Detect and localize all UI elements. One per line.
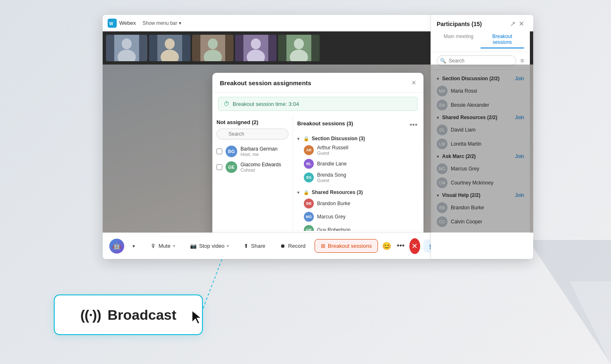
breakout-modal: Breakout session assignments × ⏱ Breakou… [212,73,423,232]
stop-video-button[interactable]: 📷 Stop video ▾ [184,239,235,252]
session-member-arthur: AR Arthur Russell Guest [297,143,419,157]
participant-name: Giacomo Edwards [241,162,281,168]
menu-bar-toggle[interactable]: Show menu bar ▾ [142,20,181,26]
member-name: Arthur Russell [317,145,348,151]
webex-logo: W [108,19,117,28]
share-icon: ⬆ [244,243,248,249]
lock-icon: 🔒 [303,136,309,141]
svg-point-5 [122,38,132,49]
broadcast-callout-label: Broadcast [108,307,176,323]
mute-button[interactable]: 🎙 Mute ▾ [145,239,181,252]
chevron-down-icon: ▾ [227,244,229,248]
member-name: Marcus Grey [317,214,346,220]
list-view-icon[interactable]: ≡ [520,57,524,65]
breakout-sessions-button[interactable]: ⊞ Breakout sessions [315,239,378,253]
sidebar-title: Participants (15) [437,21,482,27]
share-button[interactable]: ⬆ Share [238,239,271,252]
collapse-icon: ▾ [297,190,299,195]
member-name: Guy Robertson [317,227,351,231]
member-name: Brandon Burke [317,201,350,206]
video-thumb-5 [278,35,320,61]
chevron-down-icon: ▾ [132,243,135,249]
session-group-section-discussion: ▾ 🔒 Section Discussion (3) AR Arthur Rus… [297,134,419,184]
collapse-icon: ▾ [297,136,299,141]
breakout-panel-title: Breakout sessions (3) [297,120,353,127]
emoji-icon: 😊 [382,242,391,251]
sidebar-tabs: Main meeting Breakout sessions [437,31,524,48]
robot-icon: 🤖 [113,242,121,250]
svg-point-11 [208,38,218,49]
breakout-icon: ⊞ [321,243,325,249]
session-group-header: ▾ 🔒 Section Discussion (3) [297,134,419,143]
microphone-icon: 🎙 [151,243,156,249]
avatar-arthur: AR [304,145,314,155]
tab-breakout-sessions[interactable]: Breakout sessions [481,31,524,48]
record-icon: ⏺ [280,243,286,249]
modal-overlay: Breakout session assignments × ⏱ Breakou… [103,65,533,232]
session-member-guy: GR Guy Robertson [297,223,419,231]
modal-footer: Select all Move to session ⚙ Settings ((… [212,231,423,232]
video-area: Breakout session assignments × ⏱ Breakou… [103,65,533,232]
breakout-more-button[interactable]: ••• [408,119,419,131]
chevron-down-icon: ▾ [179,20,181,26]
avatar-brandon: BB [304,199,314,208]
video-icon: 📷 [190,243,197,249]
participant-role: Host, me [241,152,277,157]
close-sidebar-icon[interactable]: ✕ [519,20,524,28]
timer-label: Breakout session time: 3:04 [233,101,299,107]
participant-checkbox-barbara[interactable] [216,148,222,154]
participant-name: Barbara German [241,146,277,152]
not-assigned-search[interactable] [216,129,289,139]
close-icon: ✕ [411,242,418,251]
broadcast-callout: ((·)) Broadcast [54,295,203,335]
avatar-barbara: BG [226,146,237,157]
participant-checkbox-giacomo[interactable] [216,164,222,170]
svg-marker-1 [570,281,611,364]
avatar-marcus: MG [304,212,314,222]
member-role: Guest [317,151,348,156]
modal-header: Breakout session assignments × [212,73,423,93]
more-icon: ••• [397,242,404,250]
end-call-button[interactable]: ✕ [409,238,420,254]
timer-bar: ⏱ Breakout session time: 3:04 [218,97,418,111]
avatar-giacomo: GE [226,161,237,173]
modal-title: Breakout session assignments [220,79,311,86]
sidebar-header-icons: ↗ ✕ [510,20,524,28]
participant-role: Cohost [241,168,281,172]
session-member-brenda: BS Brenda Song Guest [297,170,419,184]
emoji-button[interactable]: 😊 [381,238,392,254]
session-member-brandon: BB Brandon Burke [297,197,419,210]
session-member-marcus: MG Marcus Grey [297,210,419,223]
participant-row: GE Giacomo Edwards Cohost [216,159,289,175]
timer-icon: ⏱ [224,101,229,107]
modal-close-button[interactable]: × [411,79,416,87]
app-name-label: Webex [119,20,136,26]
svg-point-17 [294,38,304,49]
main-content: Breakout session assignments × ⏱ Breakou… [103,65,533,232]
svg-text:W: W [109,21,113,26]
avatar-brandie: BL [304,159,314,169]
video-thumb-2 [149,35,190,61]
svg-point-8 [165,38,175,49]
member-role: Guest [317,178,346,183]
svg-point-14 [251,38,261,49]
session-group-header: ▾ 🔒 Shared Resources (3) [297,188,419,197]
participant-row: BG Barbara German Host, me [216,144,289,159]
tab-main-meeting[interactable]: Main meeting [437,31,481,48]
video-thumb-3 [192,35,233,61]
lock-icon: 🔒 [303,190,309,195]
avatar-guy: GR [304,225,314,231]
breakout-panel-header: Breakout sessions (3) ••• [297,119,419,131]
external-link-icon[interactable]: ↗ [510,20,515,28]
session-member-brandie: BL Brandie Lane [297,157,419,170]
broadcast-callout-icon: ((·)) [80,307,101,323]
member-name: Brandie Lane [317,161,346,167]
more-options-button[interactable]: ••• [395,238,406,254]
not-assigned-title: Not assigned (2) [216,119,289,125]
record-button[interactable]: ⏺ Record [274,239,311,252]
toolbar-left: 🤖 ▾ [109,238,142,254]
avatar-dropdown-button[interactable]: ▾ [126,238,142,254]
shared-resources-label: Shared Resources (3) [312,189,363,195]
user-avatar: 🤖 [109,239,124,254]
video-thumb-4 [235,35,277,61]
